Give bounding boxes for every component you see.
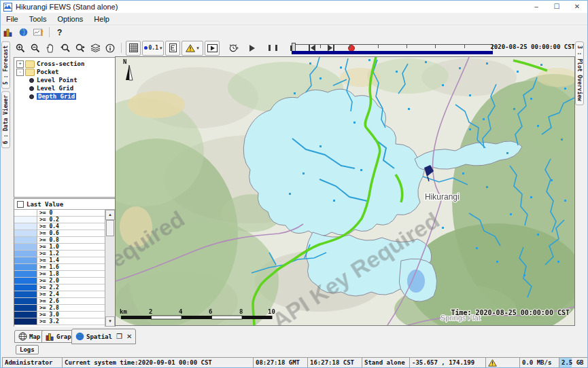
- play-button[interactable]: [245, 41, 259, 55]
- legend-row[interactable]: >= 2.8: [14, 305, 105, 312]
- legend-row[interactable]: >= 1.6: [14, 264, 105, 271]
- stream-dot: [530, 98, 532, 100]
- status-warning-cell[interactable]: [485, 357, 521, 368]
- tab-maximize-icon[interactable]: ❐: [116, 333, 122, 340]
- status-user: Administrator: [2, 357, 63, 368]
- label-display-button[interactable]: [165, 41, 180, 56]
- grid-display-button[interactable]: [126, 41, 141, 56]
- animation-button[interactable]: [205, 41, 220, 56]
- menu-tools[interactable]: Tools: [24, 14, 52, 24]
- menu-help[interactable]: Help: [88, 14, 115, 24]
- flood-deep-patch: [407, 270, 425, 293]
- layer-bullet-icon: [29, 78, 34, 83]
- tree-item-level-grid[interactable]: Level Grid: [14, 84, 115, 92]
- legend-row[interactable]: >= 1.8: [14, 271, 105, 278]
- layer-bullet-icon: [29, 94, 34, 99]
- stream-dot: [537, 234, 539, 236]
- legend-row[interactable]: >= 2.2: [14, 284, 105, 291]
- legend-panel: Last Value >= 0>= 0.2>= 0.4>= 0.6>= 0.8>…: [14, 198, 116, 327]
- zoom-out-button[interactable]: [29, 41, 42, 55]
- stream-dot: [309, 62, 311, 65]
- legend-row[interactable]: >= 1.4: [14, 257, 105, 264]
- tree-item-depth-grid[interactable]: Depth Grid: [14, 92, 115, 100]
- wireframe-globe-icon: [18, 332, 27, 341]
- tab-close-icon[interactable]: ✕: [126, 333, 132, 340]
- legend-row[interactable]: >= 2.0: [14, 278, 105, 284]
- pan-button[interactable]: [44, 41, 57, 55]
- scale-tick-label: 10: [268, 308, 275, 315]
- graphs-button[interactable]: [1, 26, 15, 39]
- bar-chart-icon: [46, 333, 54, 341]
- legend-header: Last Value: [14, 199, 115, 210]
- warning-triangle-icon: [488, 359, 497, 367]
- spatial-display-button[interactable]: [31, 26, 45, 39]
- menu-file[interactable]: File: [1, 14, 24, 24]
- scale-unit-label: km: [120, 308, 127, 315]
- tab-forecast[interactable]: 5 : Forecast: [1, 41, 10, 89]
- legend-row[interactable]: >= 1.2: [14, 251, 105, 257]
- tree-item-cross-section[interactable]: + Cross-section: [14, 60, 115, 68]
- tab-spatial-active[interactable]: Spatial ❐ ✕: [71, 329, 136, 344]
- thresholds-warning-dropdown[interactable]: ▾: [181, 41, 203, 56]
- timeline-slider[interactable]: [292, 41, 493, 54]
- scrollbar-thumb[interactable]: [106, 220, 114, 236]
- info-button[interactable]: [103, 41, 117, 55]
- help-button[interactable]: ?: [53, 28, 66, 37]
- tree-item-level-point[interactable]: Level Point: [14, 76, 115, 84]
- status-gmt-time: 08:27:18 GMT: [253, 357, 309, 368]
- menu-options[interactable]: Options: [52, 14, 88, 24]
- status-memory: 2.5 GB: [559, 357, 588, 368]
- scroll-up-icon[interactable]: ▲: [105, 210, 115, 220]
- tree-item-label-selected: Depth Grid: [37, 93, 76, 100]
- legend-scrollbar[interactable]: ▲ ▼: [105, 210, 115, 327]
- scroll-down-icon[interactable]: ▼: [105, 316, 115, 327]
- contour-threshold-dropdown[interactable]: 0.1 ▾: [142, 41, 164, 56]
- minimize-button[interactable]: –: [526, 1, 547, 13]
- pause-button[interactable]: [266, 41, 279, 55]
- tab-map[interactable]: Map: [14, 330, 44, 343]
- threshold-dot-icon: [144, 46, 148, 50]
- tree-item-pocket[interactable]: - Pocket: [14, 68, 115, 76]
- stream-dot: [469, 128, 471, 130]
- legend-row[interactable]: >= 3.2: [14, 318, 105, 325]
- close-button[interactable]: ✕: [567, 1, 587, 13]
- stream-dot: [564, 88, 566, 90]
- map-viewport[interactable]: API Key Required API Key Required N Hiku…: [115, 56, 575, 326]
- zoom-in-button[interactable]: [14, 41, 27, 55]
- legend-row-label: >= 2.0: [37, 278, 105, 284]
- legend-row[interactable]: >= 0: [14, 210, 105, 217]
- tab-data-viewer[interactable]: 6 : Data Viewer: [1, 91, 10, 148]
- timeline-ruler: [292, 44, 493, 50]
- legend-row[interactable]: >= 0.6: [14, 230, 105, 237]
- maximize-button[interactable]: ☐: [547, 1, 567, 13]
- stream-dot: [486, 186, 488, 188]
- zoom-next-button[interactable]: [73, 41, 87, 55]
- legend-row[interactable]: >= 2.4: [14, 291, 105, 298]
- map-display-button[interactable]: [16, 26, 30, 39]
- tab-plot-overview[interactable]: 3 : Plot Overview: [575, 41, 584, 105]
- last-value-checkbox[interactable]: [17, 201, 24, 208]
- time-control-button[interactable]: [226, 41, 240, 55]
- zoom-in-icon: [16, 43, 25, 53]
- title-bar: Hikurangi FEWS (Stand alone) – ☐ ✕: [1, 1, 587, 13]
- pan-hand-icon: [46, 43, 55, 53]
- tree-item-label: Pocket: [37, 69, 59, 75]
- legend-row[interactable]: >= 1.0: [14, 244, 105, 251]
- expand-icon[interactable]: +: [16, 60, 24, 68]
- legend-row[interactable]: >= 0.4: [14, 223, 105, 230]
- legend-row[interactable]: >= 0.8: [14, 237, 105, 244]
- stream-dot: [368, 59, 370, 61]
- folder-icon: [25, 60, 35, 68]
- collapse-icon[interactable]: -: [16, 69, 24, 76]
- label-E-icon: [169, 43, 177, 52]
- layers-button[interactable]: [88, 41, 102, 55]
- zoom-previous-button[interactable]: [58, 41, 72, 55]
- stream-dot: [513, 108, 515, 110]
- legend-row[interactable]: >= 3.0: [14, 312, 105, 318]
- globe-icon: [75, 332, 84, 341]
- legend-row[interactable]: >= 2.6: [14, 298, 105, 305]
- legend-row-label: >= 3.0: [37, 312, 105, 318]
- logs-button[interactable]: Logs: [16, 345, 39, 354]
- left-panel-strip: 5 : Forecast 6 : Data Viewer: [1, 39, 13, 327]
- legend-row[interactable]: >= 0.2: [14, 217, 105, 223]
